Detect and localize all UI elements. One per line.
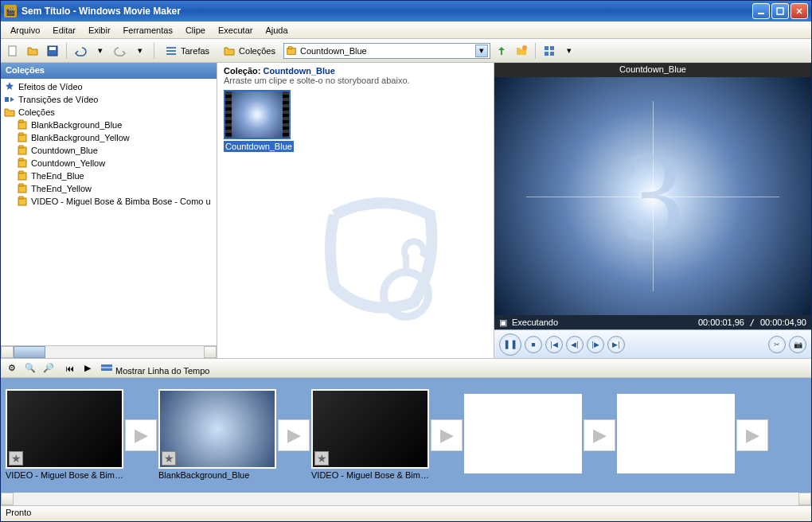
tasks-button[interactable]: Tarefas (159, 42, 215, 60)
pause-button[interactable]: ❚❚ (499, 333, 521, 356)
window-title: Sem Título - Windows Movie Maker (21, 6, 752, 17)
tree-item[interactable]: TheEnd_Yellow (2, 182, 215, 195)
preview-title: Countdown_Blue (494, 63, 811, 77)
effects-star-icon[interactable]: ★ (162, 451, 176, 466)
sidebar-hscroll[interactable] (1, 345, 217, 358)
combo-arrow-icon[interactable]: ▾ (475, 45, 488, 57)
collection-panel: Coleção: Countdown_Blue Arraste um clipe… (217, 63, 494, 358)
title-bar: 🎬 Sem Título - Windows Movie Maker (1, 1, 811, 21)
split-clip-button[interactable]: ✂ (768, 336, 786, 353)
tree-item[interactable]: BlankBackground_Blue (2, 119, 215, 131)
timeline-panel: ⚙ 🔍 🔎 ⏮ ▶ Mostrar Linha do Tempo ★VIDEO … (1, 358, 811, 505)
collection-clip[interactable]: Countdown_Blue (224, 90, 294, 152)
storyboard-transition[interactable]: ▶ (584, 419, 615, 451)
scroll-right-icon[interactable] (798, 493, 811, 505)
timeline-set-button[interactable]: ⚙ (4, 360, 20, 376)
menu-exibir[interactable]: Exibir (82, 23, 117, 37)
stop-button[interactable]: ■ (525, 336, 542, 353)
preview-screen[interactable]: 3 (494, 77, 811, 315)
storyboard-transition[interactable]: ▶ (125, 419, 157, 451)
tree-item[interactable]: Coleções (2, 106, 215, 119)
storyboard-clip[interactable] (464, 394, 582, 477)
collection-icon (17, 119, 28, 130)
tree-item[interactable]: Efeitos de Vídeo (2, 80, 215, 93)
storyboard-clip[interactable] (617, 394, 735, 477)
menu-executar[interactable]: Executar (212, 23, 259, 37)
preview-status-text: Executando (512, 317, 693, 327)
preview-status-bar: ▣ Executando 00:00:01,96 / 00:00:04,90 (494, 315, 811, 329)
tree-item[interactable]: Transições de Vídeo (2, 93, 215, 106)
scroll-right-icon[interactable] (204, 346, 217, 358)
take-picture-button[interactable]: 📷 (789, 336, 806, 353)
storyboard[interactable]: ★VIDEO - Miguel Bose & Bimba ...▶★BlankB… (1, 378, 811, 493)
tree-item-label: Coleções (18, 107, 55, 117)
storyboard-transition[interactable]: ▶ (278, 419, 310, 451)
collection-icon (17, 145, 28, 156)
svg-point-10 (522, 45, 527, 50)
next-clip-button[interactable]: ▶| (607, 336, 625, 353)
show-timeline-label: Mostrar Linha do Tempo (115, 366, 209, 376)
storyboard-clip[interactable]: ★VIDEO - Miguel Bose & Bimba ... (311, 389, 429, 481)
timeline-hscroll[interactable] (1, 493, 811, 505)
collection-combo[interactable]: Countdown_Blue ▾ (283, 43, 490, 59)
storyboard-clip-caption (464, 473, 582, 477)
minimize-button[interactable] (752, 3, 770, 19)
tree-item-label: Countdown_Yellow (31, 158, 105, 168)
collections-tree[interactable]: Efeitos de VídeoTransições de VídeoColeç… (1, 79, 217, 345)
maximize-button[interactable] (771, 3, 789, 19)
tree-item[interactable]: VIDEO - Miguel Bose & Bimba Bose - Como … (2, 195, 215, 208)
collections-label: Coleções (239, 46, 275, 56)
timeline-zoom-in-button[interactable]: 🔍 (22, 360, 38, 376)
tree-item-label: TheEnd_Yellow (31, 184, 92, 193)
menu-clipe[interactable]: Clipe (179, 23, 212, 37)
menu-arquivo[interactable]: Arquivo (4, 23, 46, 37)
close-button[interactable] (791, 3, 808, 19)
collections-button[interactable]: Coleções (217, 42, 281, 60)
storyboard-clip[interactable]: ★BlankBackground_Blue (158, 389, 276, 481)
prev-clip-button[interactable]: |◀ (545, 336, 563, 353)
storyboard-clip[interactable]: ★VIDEO - Miguel Bose & Bimba ... (6, 389, 123, 481)
storyboard-transition[interactable]: ▶ (736, 419, 768, 451)
collections-sidebar: Coleções Efeitos de VídeoTransições de V… (1, 63, 217, 358)
view-options-button[interactable] (541, 42, 558, 60)
effects-star-icon[interactable]: ★ (9, 451, 23, 466)
redo-button[interactable] (111, 42, 129, 60)
view-dropdown[interactable]: ▾ (560, 42, 578, 60)
tree-item[interactable]: BlankBackground_Yellow (2, 131, 215, 144)
next-frame-button[interactable]: |▶ (587, 336, 604, 353)
undo-button[interactable] (72, 42, 89, 60)
menu-ajuda[interactable]: Ajuda (259, 23, 294, 37)
scroll-left-icon[interactable] (1, 493, 14, 505)
timeline-zoom-out-button[interactable]: 🔎 (41, 360, 57, 376)
scroll-left-icon[interactable] (1, 346, 14, 358)
redo-dropdown[interactable]: ▾ (131, 42, 149, 60)
up-folder-button[interactable] (493, 42, 510, 60)
svg-rect-17 (19, 120, 23, 123)
svg-rect-21 (19, 146, 23, 148)
timeline-rewind-button[interactable]: ⏮ (61, 360, 77, 376)
scroll-thumb[interactable] (14, 346, 45, 358)
svg-rect-2 (9, 46, 16, 56)
tree-item[interactable]: Countdown_Yellow (2, 157, 215, 169)
storyboard-transition[interactable]: ▶ (431, 419, 463, 451)
preview-time: 00:00:01,96 / 00:00:04,90 (698, 317, 806, 328)
collection-icon (17, 183, 28, 194)
open-button[interactable] (24, 42, 41, 60)
new-project-button[interactable] (4, 42, 21, 60)
save-button[interactable] (44, 42, 61, 60)
new-folder-button[interactable] (513, 42, 530, 60)
tasks-label: Tarefas (181, 46, 209, 56)
undo-dropdown[interactable]: ▾ (92, 42, 109, 60)
tree-item[interactable]: TheEnd_Blue (2, 169, 215, 182)
svg-rect-29 (19, 197, 23, 199)
svg-rect-7 (166, 53, 176, 55)
show-timeline-button[interactable]: Mostrar Linha do Tempo (100, 361, 209, 376)
clip-label: Countdown_Blue (224, 141, 294, 152)
menu-editar[interactable]: Editar (46, 23, 82, 37)
timeline-toolbar: ⚙ 🔍 🔎 ⏮ ▶ Mostrar Linha do Tempo (1, 359, 811, 378)
timeline-play-button[interactable]: ▶ (80, 360, 96, 376)
tree-item[interactable]: Countdown_Blue (2, 144, 215, 157)
prev-frame-button[interactable]: ◀| (566, 336, 584, 353)
menu-ferramentas[interactable]: Ferramentas (117, 23, 179, 37)
effects-star-icon[interactable]: ★ (314, 451, 329, 466)
